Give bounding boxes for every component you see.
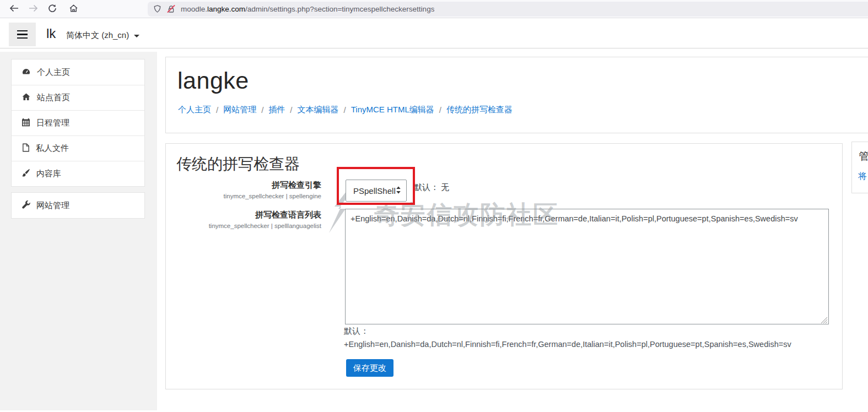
breadcrumb-separator: / (256, 105, 268, 115)
forward-icon (29, 4, 38, 15)
calendar-icon (21, 118, 30, 128)
chevron-down-icon (134, 35, 139, 37)
brush-icon (21, 169, 30, 179)
page-title: langke (177, 67, 249, 94)
spellengine-label-col: 拼写检查引擎 tinymce_spellchecker | spellengin… (166, 180, 321, 199)
back-icon (9, 4, 19, 15)
breadcrumb-link-dashboard[interactable]: 个人主页 (178, 105, 211, 115)
sidebar-item-label: 网站管理 (36, 200, 69, 211)
breadcrumb-separator: / (211, 105, 223, 115)
breadcrumb-link-tinymce[interactable]: TinyMCE HTML编辑器 (351, 105, 434, 115)
select-arrows-icon (396, 186, 401, 196)
reload-button[interactable] (47, 4, 58, 15)
menu-icon (17, 30, 28, 32)
save-button[interactable]: 保存更改 (346, 359, 393, 377)
sidebar-item-label: 内容库 (36, 169, 61, 179)
address-bar[interactable]: moodle.langke.com/admin/settings.php?sec… (148, 2, 868, 17)
sidebar-item-label: 日程管理 (36, 118, 69, 128)
breadcrumb-separator: / (285, 105, 297, 115)
spellengine-default: 默认： 无 (414, 182, 449, 193)
wrench-icon (21, 200, 30, 211)
spelllanguagelist-default-label: 默认： (344, 326, 369, 337)
menu-button[interactable] (9, 23, 36, 46)
spellengine-label: 拼写检查引擎 (166, 180, 321, 191)
sidebar-item-label: 私人文件 (36, 143, 69, 154)
file-icon (21, 143, 30, 154)
shield-icon[interactable] (153, 5, 161, 13)
sidebar-item-calendar[interactable]: 日程管理 (12, 110, 144, 135)
language-menu[interactable]: 简体中文 (zh_cn) (66, 30, 139, 41)
spellengine-select[interactable]: PSpellShell (346, 180, 407, 202)
admin-block-heading: 管 (859, 149, 868, 164)
url-domain: langke.com (207, 5, 245, 13)
page-header-card: langke 个人主页 / 网站管理 / 插件 / 文本编辑器 / TinyMC… (165, 57, 868, 133)
site-navbar: lk 简体中文 (zh_cn) (0, 18, 868, 48)
home-icon (21, 93, 31, 103)
breadcrumb-link-plugins[interactable]: 插件 (268, 105, 285, 115)
browser-toolbar: moodle.langke.com/admin/settings.php?sec… (0, 0, 868, 18)
sidebar-item-private-files[interactable]: 私人文件 (12, 135, 144, 161)
sidebar-item-label: 个人主页 (37, 67, 70, 78)
insecure-lock-icon[interactable] (167, 5, 175, 13)
url-subdomain: moodle. (181, 5, 207, 13)
language-label: 简体中文 (zh_cn) (66, 30, 129, 41)
home-button[interactable] (68, 4, 79, 15)
site-brand[interactable]: lk (46, 26, 56, 41)
nav-drawer-main-group: 个人主页 站点首页 日程管理 私人文件 内容库 (11, 59, 145, 187)
nav-drawer: 个人主页 站点首页 日程管理 私人文件 内容库 网站管理 (0, 52, 157, 410)
url-path: /admin/settings.php?section=tinymcespell… (245, 5, 434, 13)
settings-card: 传统的拼写检查器 奇安信攻防社区 拼写检查引擎 tinymce_spellche… (165, 143, 843, 389)
sidebar-item-content-bank[interactable]: 内容库 (12, 161, 144, 186)
spelllanguagelist-label-col: 拼写检查语言列表 tinymce_spellchecker | spelllan… (166, 210, 321, 229)
back-button[interactable] (8, 4, 19, 15)
breadcrumb-separator: / (434, 105, 446, 115)
settings-heading: 传统的拼写检查器 (176, 154, 300, 175)
spelllanguagelist-default-value: +English=en,Danish=da,Dutch=nl,Finnish=f… (344, 340, 791, 349)
sidebar-item-dashboard[interactable]: 个人主页 (12, 59, 144, 85)
sidebar-item-site-home[interactable]: 站点首页 (12, 85, 144, 110)
breadcrumb-link-text-editors[interactable]: 文本编辑器 (298, 105, 339, 115)
admin-block-link[interactable]: 将 (858, 171, 867, 182)
url-text: moodle.langke.com/admin/settings.php?sec… (181, 5, 434, 13)
sidebar-item-label: 站点首页 (37, 93, 70, 103)
reload-icon (48, 4, 57, 15)
spellengine-id: tinymce_spellchecker | spellengine (166, 193, 321, 199)
sidebar-item-site-admin[interactable]: 网站管理 (12, 193, 144, 218)
breadcrumb: 个人主页 / 网站管理 / 插件 / 文本编辑器 / TinyMCE HTML编… (178, 105, 513, 115)
dashboard-icon (21, 67, 31, 78)
spellengine-select-value: PSpellShell (353, 186, 396, 196)
admin-block-card: 管 将 (851, 142, 868, 193)
spelllanguagelist-id: tinymce_spellchecker | spelllanguagelist (166, 223, 321, 229)
breadcrumb-separator: / (339, 105, 351, 115)
forward-button[interactable] (28, 4, 39, 15)
breadcrumb-link-site-admin[interactable]: 网站管理 (223, 105, 256, 115)
home-icon (69, 4, 78, 15)
spelllanguagelist-textarea[interactable]: +English=en,Danish=da,Dutch=nl,Finnish=f… (345, 209, 829, 324)
spelllanguagelist-label: 拼写检查语言列表 (166, 210, 321, 220)
nav-drawer-admin-group: 网站管理 (11, 192, 145, 219)
breadcrumb-link-spellchecker[interactable]: 传统的拼写检查器 (446, 105, 513, 115)
